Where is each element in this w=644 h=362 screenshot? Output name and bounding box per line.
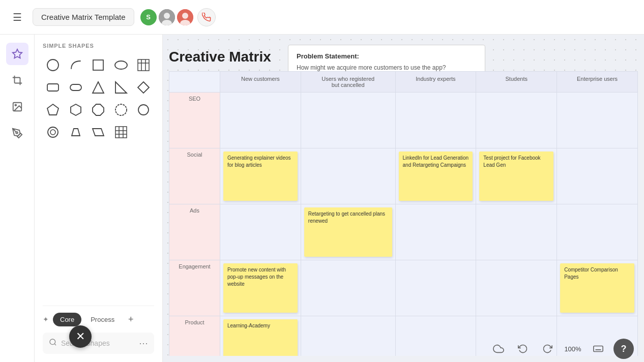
row-label-ads: Ads bbox=[169, 204, 220, 260]
grid-shape[interactable] bbox=[111, 122, 131, 142]
svg-point-28 bbox=[50, 130, 55, 135]
problem-statement-label: Problem Statement: bbox=[297, 52, 477, 60]
redo-btn[interactable] bbox=[538, 340, 557, 358]
svg-rect-38 bbox=[594, 346, 603, 352]
note-ads-2[interactable]: Retargeting to get cancelled plans renew… bbox=[304, 207, 392, 257]
cell-engagement-1[interactable]: Promote new content with pop-up messages… bbox=[220, 260, 301, 316]
cell-ads-3[interactable] bbox=[395, 204, 476, 260]
rounded-rect-shape[interactable] bbox=[43, 77, 63, 98]
keyboard-btn[interactable] bbox=[589, 340, 607, 358]
cell-social-4[interactable]: Test project for Facebook Lead Gen bbox=[476, 148, 557, 204]
row-seo: SEO bbox=[169, 93, 638, 148]
shapes-grid bbox=[43, 55, 154, 142]
cell-social-1[interactable]: Generating explainer videos for blog art… bbox=[220, 148, 301, 204]
bottom-bar: 100% ? bbox=[326, 336, 644, 362]
pill-shape[interactable] bbox=[66, 77, 86, 98]
cell-ads-4[interactable] bbox=[476, 204, 557, 260]
svg-marker-29 bbox=[72, 129, 80, 136]
svg-rect-31 bbox=[115, 127, 127, 138]
shapes-panel: SIMPLE SHAPES bbox=[35, 35, 163, 362]
svg-point-25 bbox=[115, 104, 127, 115]
canvas-area[interactable]: Creative Matrix Problem Statement: How m… bbox=[163, 35, 644, 362]
matrix-title: Creative Matrix bbox=[169, 49, 271, 65]
ellipse-shape[interactable] bbox=[111, 55, 131, 75]
zoom-label: 100% bbox=[563, 345, 583, 353]
trapezoid-shape[interactable] bbox=[66, 122, 86, 142]
svg-point-9 bbox=[16, 132, 18, 134]
triangle-shape[interactable] bbox=[88, 77, 108, 98]
cell-social-2[interactable] bbox=[301, 148, 395, 204]
avatar-b bbox=[159, 9, 175, 25]
svg-marker-30 bbox=[93, 129, 104, 136]
circle-shape[interactable] bbox=[43, 55, 63, 75]
svg-rect-18 bbox=[70, 84, 81, 90]
circle2-shape[interactable] bbox=[133, 100, 154, 120]
svg-marker-20 bbox=[115, 82, 127, 93]
tab-icon: ✦ bbox=[43, 315, 49, 323]
cell-engagement-3[interactable] bbox=[395, 260, 476, 316]
cell-ads-2[interactable]: Retargeting to get cancelled plans renew… bbox=[301, 204, 395, 260]
note-engagement-1[interactable]: Promote new content with pop-up messages… bbox=[223, 263, 298, 313]
svg-rect-13 bbox=[138, 59, 149, 71]
note-social-1[interactable]: Generating explainer videos for blog art… bbox=[223, 152, 298, 201]
note-social-4[interactable]: Test project for Facebook Lead Gen bbox=[479, 152, 553, 201]
table-shape[interactable] bbox=[133, 55, 154, 75]
fab-close-btn[interactable]: ✕ bbox=[69, 325, 92, 348]
cell-social-3[interactable]: LinkedIn for Lead Generation and Retarge… bbox=[395, 148, 476, 204]
cell-engagement-2[interactable] bbox=[301, 260, 395, 316]
circle-stroke-shape[interactable] bbox=[43, 122, 63, 142]
arc-shape[interactable] bbox=[66, 55, 86, 75]
search-icon bbox=[49, 338, 57, 348]
note-social-3[interactable]: LinkedIn for Lead Generation and Retarge… bbox=[399, 152, 473, 201]
help-btn[interactable]: ? bbox=[613, 339, 634, 359]
cell-seo-2[interactable] bbox=[301, 93, 395, 148]
sidebar-image-btn[interactable] bbox=[6, 96, 28, 118]
row-ads: Ads Retargeting to get cancelled plans r… bbox=[169, 204, 638, 260]
sidebar-icons bbox=[0, 35, 35, 362]
cell-seo-3[interactable] bbox=[395, 93, 476, 148]
sidebar-shapes-btn[interactable] bbox=[6, 43, 28, 65]
tab-process[interactable]: Process bbox=[83, 313, 122, 326]
tab-add-btn[interactable]: + bbox=[124, 312, 138, 326]
pentagon-shape[interactable] bbox=[43, 100, 63, 120]
svg-marker-21 bbox=[138, 82, 149, 93]
cloud-btn[interactable] bbox=[489, 340, 508, 358]
svg-point-8 bbox=[15, 104, 16, 106]
sidebar-draw-btn[interactable] bbox=[6, 122, 28, 144]
matrix-table: New customers Users who registeredbut ca… bbox=[169, 71, 638, 356]
parallelogram-shape[interactable] bbox=[88, 122, 108, 142]
note-engagement-5[interactable]: Competitor Comparison Pages bbox=[560, 263, 634, 313]
cell-product-1[interactable]: Learning-Academy bbox=[220, 316, 301, 356]
svg-marker-22 bbox=[47, 104, 58, 115]
cell-seo-4[interactable] bbox=[476, 93, 557, 148]
col-header-1: New customers bbox=[220, 72, 301, 93]
square-shape[interactable] bbox=[88, 55, 108, 75]
cell-social-5[interactable] bbox=[557, 148, 638, 204]
right-triangle-shape[interactable] bbox=[111, 77, 131, 98]
undo-btn[interactable] bbox=[514, 340, 532, 358]
topbar: ☰ Creative Matrix Template S bbox=[0, 0, 644, 35]
cell-ads-1[interactable] bbox=[220, 204, 301, 260]
diamond-shape[interactable] bbox=[133, 77, 154, 98]
svg-marker-23 bbox=[71, 104, 81, 115]
cell-seo-1[interactable] bbox=[220, 93, 301, 148]
col-header-3: Industry experts bbox=[395, 72, 476, 93]
dodecagon-shape[interactable] bbox=[111, 100, 131, 120]
cell-engagement-4[interactable] bbox=[476, 260, 557, 316]
tab-core[interactable]: Core bbox=[53, 313, 81, 326]
cell-engagement-5[interactable]: Competitor Comparison Pages bbox=[557, 260, 638, 316]
cell-ads-5[interactable] bbox=[557, 204, 638, 260]
hexagon-shape[interactable] bbox=[66, 100, 86, 120]
cell-seo-5[interactable] bbox=[557, 93, 638, 148]
shapes-search[interactable]: Search Shapes ⋯ bbox=[43, 333, 154, 354]
octagon-shape[interactable] bbox=[88, 100, 108, 120]
note-product-1[interactable]: Learning-Academy bbox=[223, 319, 298, 356]
svg-point-10 bbox=[47, 59, 58, 71]
row-social: Social Generating explainer videos for b… bbox=[169, 148, 638, 204]
phone-button[interactable] bbox=[197, 8, 216, 26]
document-title[interactable]: Creative Matrix Template bbox=[33, 8, 134, 26]
search-more-btn[interactable]: ⋯ bbox=[139, 338, 148, 349]
sidebar-crop-btn[interactable] bbox=[6, 69, 28, 92]
row-engagement: Engagement Promote new content with pop-… bbox=[169, 260, 638, 316]
menu-button[interactable]: ☰ bbox=[8, 8, 26, 26]
